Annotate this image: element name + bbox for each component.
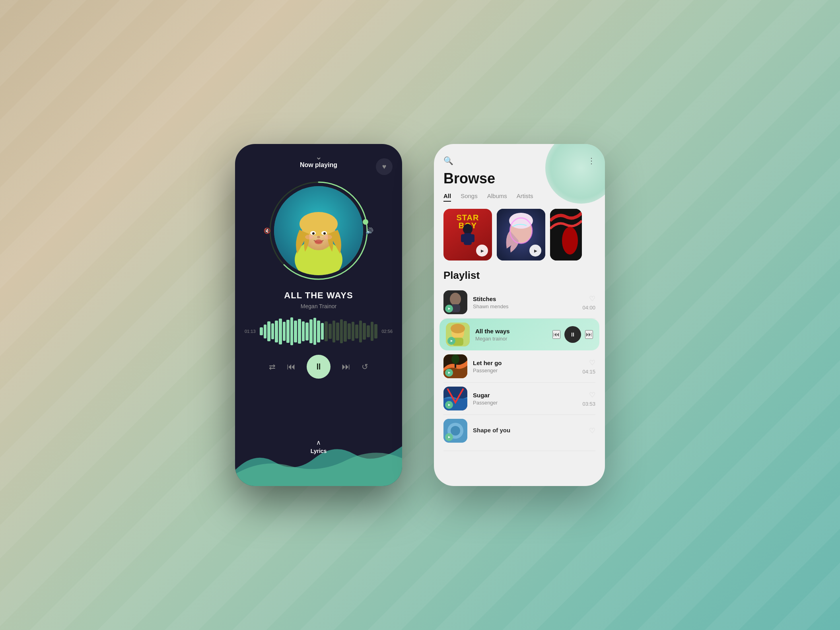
waveform-bar <box>298 319 301 344</box>
album-starboy[interactable]: STARBOY ▶ <box>443 209 492 261</box>
track-duration: 04:00 <box>582 305 595 311</box>
waveform-bar <box>305 323 309 340</box>
track-play-button[interactable]: ▶ <box>445 369 453 377</box>
waveform-bar <box>279 319 282 344</box>
waveform-bar <box>371 322 374 341</box>
svg-point-8 <box>299 212 338 236</box>
more-options-icon[interactable]: ⋮ <box>587 156 595 165</box>
track-meta: ♡ <box>589 426 595 435</box>
svg-point-15 <box>305 235 313 239</box>
waveform-bar <box>309 319 313 343</box>
shuffle-button[interactable]: ⇄ <box>269 362 276 371</box>
svg-point-17 <box>463 224 472 234</box>
album-play-button[interactable]: ▶ <box>529 245 541 257</box>
waveform-bar <box>294 321 297 342</box>
song-artist: Megan Trainor <box>301 303 336 309</box>
track-play-button[interactable]: ▶ <box>447 337 455 345</box>
album-ring-container: 🔇 🔊 <box>267 179 370 282</box>
previous-button[interactable]: ⏮ <box>287 362 296 372</box>
time-current: 01:13 <box>245 329 257 334</box>
track-duration: 04:15 <box>582 369 595 375</box>
playlist-item[interactable]: ▶ Stitches Shawn mendes ♡ 04:00 <box>443 286 595 319</box>
track-artist: Shawn mendes <box>473 303 582 309</box>
album-art <box>274 186 363 275</box>
waveform-bar <box>352 322 355 341</box>
phones-container: ⌄ Now playing ♥ <box>235 144 605 486</box>
volume-mute-icon[interactable]: 🔇 <box>264 228 270 234</box>
pause-button[interactable]: ⏸ <box>307 355 331 379</box>
mini-prev-button[interactable]: ⏮ <box>552 330 560 339</box>
now-playing-header: ⌄ Now playing ♥ <box>245 156 393 169</box>
album-play-button[interactable]: ▶ <box>476 245 488 257</box>
waveform-bar <box>332 321 336 342</box>
playback-controls: ⇄ ⏮ ⏸ ⏭ ↺ <box>269 355 368 379</box>
waveform-bar <box>340 319 343 343</box>
now-playing-title: Now playing <box>300 161 337 169</box>
track-meta: ♡ 03:53 <box>582 391 595 407</box>
track-info: Stitches Shawn mendes <box>473 296 582 309</box>
tab-songs[interactable]: Songs <box>461 192 478 202</box>
tab-albums[interactable]: Albums <box>487 192 507 202</box>
svg-point-35 <box>451 354 459 364</box>
waveform-bar <box>302 321 305 341</box>
next-button[interactable]: ⏭ <box>342 362 350 372</box>
pause-icon: ⏸ <box>314 362 323 372</box>
favorite-icon[interactable]: ♡ <box>589 358 595 367</box>
browse-phone: 🔍 ⋮ Browse All Songs Albums Artists STAR… <box>434 144 605 486</box>
play-icon: ▶ <box>448 307 450 310</box>
playlist-title: Playlist <box>443 269 595 282</box>
waveform-bar <box>286 320 290 343</box>
track-info: Sugar Passenger <box>473 392 582 406</box>
track-name: Stitches <box>473 296 582 302</box>
waveform-bar <box>348 323 351 339</box>
playlist-item-active[interactable]: ▶ All the ways Megan trainor ⏮ ⏸ ⏭ <box>439 319 599 350</box>
playlist-item[interactable]: ▶ Let her go Passenger ♡ 04:15 <box>443 350 595 383</box>
track-thumbnail: ▶ <box>443 419 467 443</box>
waveform[interactable] <box>260 317 377 345</box>
tab-all[interactable]: All <box>443 192 451 202</box>
track-name: Let her go <box>473 360 582 366</box>
favorite-icon[interactable]: ♡ <box>589 426 595 435</box>
playlist-item[interactable]: ▶ Shape of you ♡ <box>443 415 595 451</box>
chevron-down-icon[interactable]: ⌄ <box>315 152 322 161</box>
playlist-item[interactable]: ▶ Sugar Passenger ♡ 03:53 <box>443 383 595 415</box>
artist-image <box>274 186 363 275</box>
track-thumbnail: ▶ <box>443 354 467 378</box>
svg-point-12 <box>323 232 326 235</box>
repeat-button[interactable]: ↺ <box>362 362 368 371</box>
lyrics-label: Lyrics <box>311 448 327 454</box>
track-artist: Passenger <box>473 400 582 406</box>
waveform-container[interactable]: 01:13 <box>245 317 393 345</box>
album-third[interactable] <box>550 209 582 261</box>
volume-high-icon[interactable]: 🔊 <box>366 227 373 235</box>
favorite-icon[interactable]: ♡ <box>589 294 595 303</box>
favorite-icon[interactable]: ♡ <box>589 391 595 399</box>
album-ariana[interactable]: ▶ <box>497 209 545 261</box>
waveform-bar <box>329 324 332 339</box>
track-info: Shape of you <box>473 427 589 435</box>
song-title: ALL THE WAYS <box>284 290 353 301</box>
lyrics-chevron-icon: ∧ <box>316 439 321 446</box>
svg-point-28 <box>450 293 461 305</box>
track-play-button[interactable]: ▶ <box>445 305 453 313</box>
waveform-bar <box>336 323 339 340</box>
lyrics-section[interactable]: ∧ Lyrics <box>311 439 327 474</box>
track-play-button[interactable]: ▶ <box>445 433 453 441</box>
track-thumbnail: ▶ <box>446 323 470 346</box>
mini-next-button[interactable]: ⏭ <box>585 330 593 339</box>
svg-rect-19 <box>461 234 465 242</box>
svg-rect-20 <box>471 234 474 242</box>
waveform-bar <box>367 325 370 337</box>
svg-point-13 <box>317 236 320 238</box>
tab-artists[interactable]: Artists <box>517 192 533 202</box>
search-icon[interactable]: 🔍 <box>443 156 453 165</box>
waveform-bar <box>374 324 377 338</box>
waveform-bar <box>260 327 263 335</box>
mini-pause-button[interactable]: ⏸ <box>564 326 581 343</box>
track-play-button[interactable]: ▶ <box>445 401 453 409</box>
track-meta: ♡ 04:00 <box>582 294 595 311</box>
waveform-bar <box>313 318 317 345</box>
favorite-button[interactable]: ♥ <box>376 158 393 175</box>
svg-point-40 <box>451 426 460 436</box>
track-name: Shape of you <box>473 427 589 434</box>
